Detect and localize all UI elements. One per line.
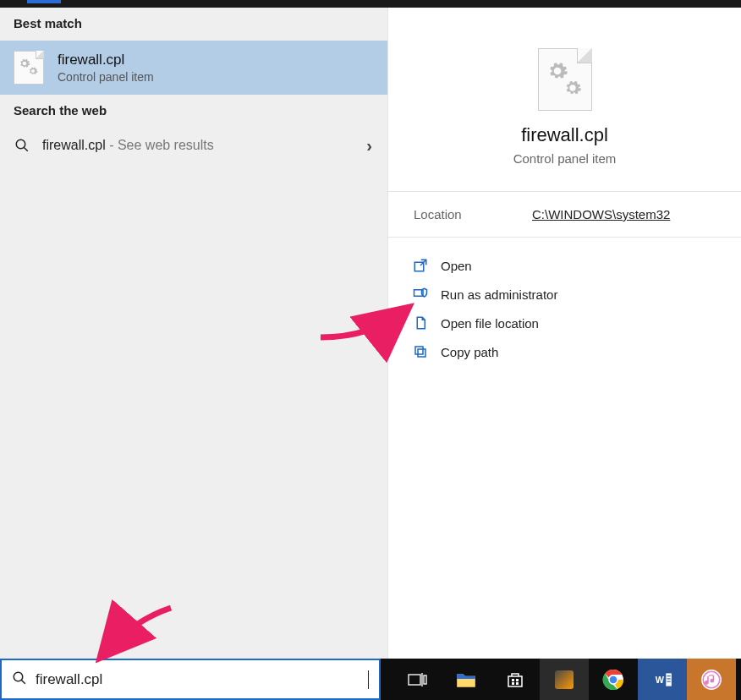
search-web-header: Search the web [0, 95, 387, 128]
web-query: firewall.cpl [42, 138, 106, 152]
active-tab-indicator [27, 0, 61, 3]
action-label: Open file location [441, 316, 539, 331]
details-hero: firewall.cpl Control panel item [388, 8, 741, 192]
sublime-text-button[interactable] [540, 659, 589, 700]
svg-rect-10 [424, 675, 426, 684]
svg-rect-4 [418, 349, 425, 357]
taskbar-tray: W [381, 659, 741, 700]
search-input[interactable] [36, 671, 360, 688]
location-row[interactable]: Location C:\WINDOWS\system32 [388, 192, 741, 238]
svg-line-1 [24, 147, 28, 151]
action-label: Open [441, 259, 472, 273]
search-panel: Best match firewall.cpl Control panel it… [0, 8, 741, 659]
details-pane: firewall.cpl Control panel item Location… [387, 8, 741, 659]
taskbar-search-box[interactable] [0, 659, 381, 700]
file-explorer-button[interactable] [442, 659, 491, 700]
details-title: firewall.cpl [388, 124, 741, 146]
action-label: Run as administrator [441, 287, 557, 302]
shield-icon [412, 287, 429, 302]
action-open-location[interactable]: Open file location [407, 309, 722, 337]
best-match-header: Best match [0, 8, 387, 41]
search-icon [14, 138, 30, 153]
details-subtitle: Control panel item [388, 151, 741, 166]
actions-list: Open Run as administrator Open file loca… [388, 238, 741, 380]
svg-rect-14 [516, 682, 519, 685]
file-location-icon [412, 315, 429, 331]
svg-point-0 [16, 139, 25, 149]
text-caret [368, 670, 369, 689]
word-button[interactable]: W [638, 659, 687, 700]
location-label: Location [414, 207, 532, 221]
results-column: Best match firewall.cpl Control panel it… [0, 8, 387, 659]
svg-rect-8 [409, 675, 420, 685]
copy-icon [412, 344, 429, 359]
chevron-right-icon: › [366, 136, 372, 156]
result-subtitle: Control panel item [58, 70, 154, 84]
best-match-result[interactable]: firewall.cpl Control panel item [0, 41, 387, 95]
svg-point-6 [14, 672, 23, 681]
cpl-file-icon [538, 48, 592, 111]
svg-rect-13 [512, 682, 514, 685]
open-icon [412, 258, 429, 273]
web-hint: - See web results [106, 138, 214, 152]
action-copy-path[interactable]: Copy path [407, 337, 722, 366]
location-value[interactable]: C:\WINDOWS\system32 [532, 207, 670, 221]
itunes-button[interactable] [687, 659, 736, 700]
window-top-bar [0, 0, 741, 8]
svg-rect-20 [666, 673, 672, 686]
microsoft-store-button[interactable] [491, 659, 540, 700]
svg-line-7 [21, 680, 25, 684]
task-view-button[interactable] [392, 659, 442, 700]
taskbar: W [0, 659, 741, 700]
action-label: Copy path [441, 345, 498, 359]
svg-rect-5 [415, 347, 423, 354]
chrome-button[interactable] [589, 659, 638, 700]
search-web-result[interactable]: firewall.cpl - See web results › [0, 128, 387, 163]
svg-text:W: W [656, 675, 665, 685]
cpl-file-icon [14, 51, 44, 85]
web-result-text: firewall.cpl - See web results [42, 138, 214, 153]
search-icon [12, 670, 27, 689]
result-title: firewall.cpl [58, 52, 154, 68]
svg-rect-11 [512, 679, 514, 681]
svg-point-17 [610, 675, 618, 683]
action-open[interactable]: Open [407, 251, 722, 280]
action-run-admin[interactable]: Run as administrator [407, 280, 722, 309]
svg-rect-12 [516, 679, 519, 681]
